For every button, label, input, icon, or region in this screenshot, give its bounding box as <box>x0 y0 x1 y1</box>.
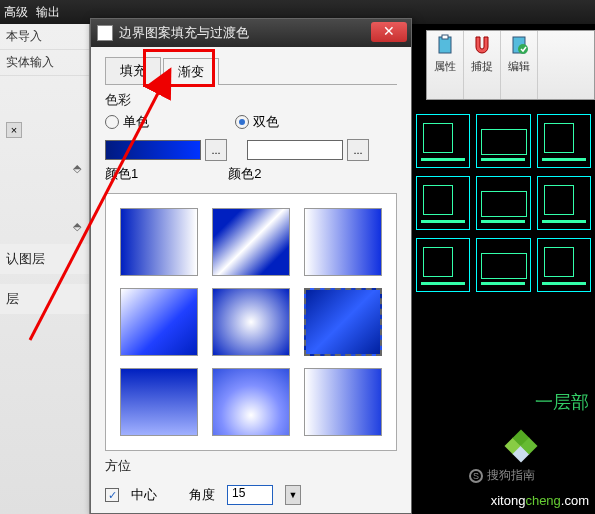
menu-output[interactable]: 输出 <box>36 4 60 21</box>
dialog-titlebar[interactable]: 边界图案填充与过渡色 ✕ <box>91 19 411 47</box>
hatch-gradient-dialog: 边界图案填充与过渡色 ✕ 填充 渐变 色彩 单色 双色 ... <box>90 18 412 514</box>
color1-swatch: ... <box>105 139 227 161</box>
gradient-preset[interactable] <box>120 368 198 436</box>
watermark-sogou: S搜狗指南 <box>469 467 535 484</box>
magnet-icon[interactable] <box>470 33 494 57</box>
gradient-preset-selected[interactable] <box>304 288 382 356</box>
tool-group-snap: 捕捉 <box>464 31 501 99</box>
gradient-preset[interactable] <box>120 208 198 276</box>
color1-preview[interactable] <box>105 140 201 160</box>
center-checkbox[interactable]: ✓ <box>105 488 119 502</box>
drawing-thumb[interactable] <box>416 176 470 230</box>
pin-icon[interactable]: ⬘ <box>73 220 81 233</box>
angle-input[interactable]: 15 <box>227 485 273 505</box>
drawing-thumb[interactable] <box>476 114 530 168</box>
gradient-preset[interactable] <box>304 368 382 436</box>
gradient-preset[interactable] <box>212 288 290 356</box>
orientation-row: ✓ 中心 角度 15 ▼ <box>105 485 397 505</box>
close-icon[interactable]: × <box>6 122 22 138</box>
tool-label: 捕捉 <box>471 59 493 74</box>
gradient-preset-grid <box>105 193 397 451</box>
color-mode-row: 单色 双色 <box>105 113 397 131</box>
ribbon-tools: 属性 捕捉 编辑 <box>426 30 595 100</box>
watermark-xitongcheng: xitongcheng.com <box>491 493 589 508</box>
color2-picker-button[interactable]: ... <box>347 139 369 161</box>
clipboard-icon[interactable] <box>433 33 457 57</box>
section-orient-label: 方位 <box>105 457 397 475</box>
radio-double-color[interactable]: 双色 <box>235 113 279 131</box>
thumb-row <box>412 110 595 172</box>
tab-strip: 填充 渐变 <box>105 57 397 85</box>
tool-group-edit: 编辑 <box>501 31 538 99</box>
thumb-row <box>412 172 595 234</box>
gradient-preset[interactable] <box>212 368 290 436</box>
drawing-thumb[interactable] <box>537 238 591 292</box>
drawing-canvas[interactable]: 一层部 <box>412 110 595 514</box>
thumb-row <box>412 234 595 296</box>
color2-preview[interactable] <box>247 140 343 160</box>
angle-dropdown-button[interactable]: ▼ <box>285 485 301 505</box>
drawing-thumb[interactable] <box>416 238 470 292</box>
color2-swatch: ... <box>247 139 369 161</box>
swatch-row: ... ... <box>105 139 397 161</box>
color1-label: 颜色1 <box>105 165 138 183</box>
app-icon <box>97 25 113 41</box>
radio-label: 双色 <box>253 113 279 131</box>
close-button[interactable]: ✕ <box>371 22 407 42</box>
gradient-preset[interactable] <box>120 288 198 356</box>
watermark-logo <box>507 432 535 460</box>
floor-label: 一层部 <box>535 390 589 414</box>
center-label: 中心 <box>131 486 157 504</box>
pin-icon[interactable]: ⬘ <box>73 162 81 175</box>
drawing-thumb[interactable] <box>476 176 530 230</box>
panel-item-import[interactable]: 本导入 <box>0 24 89 50</box>
radio-label: 单色 <box>123 113 149 131</box>
section-color-label: 色彩 <box>105 91 397 109</box>
drawing-thumb[interactable] <box>476 238 530 292</box>
panel-item-entity-input[interactable]: 实体输入 <box>0 50 89 76</box>
edit-clipboard-icon[interactable] <box>507 33 531 57</box>
drawing-thumb[interactable] <box>537 176 591 230</box>
radio-icon <box>105 115 119 129</box>
dialog-body: 填充 渐变 色彩 单色 双色 ... ... <box>91 47 411 513</box>
svg-rect-1 <box>442 35 448 39</box>
color-labels: 颜色1 颜色2 <box>105 165 397 183</box>
svg-point-3 <box>518 44 528 54</box>
radio-single-color[interactable]: 单色 <box>105 113 149 131</box>
gradient-preset[interactable] <box>212 208 290 276</box>
tab-gradient[interactable]: 渐变 <box>163 58 219 85</box>
color2-label: 颜色2 <box>228 165 261 183</box>
layer-item[interactable]: 层 <box>0 284 89 314</box>
dialog-title: 边界图案填充与过渡色 <box>119 24 405 42</box>
tool-group-properties: 属性 <box>427 31 464 99</box>
tool-label: 属性 <box>434 59 456 74</box>
gradient-preset[interactable] <box>304 208 382 276</box>
tool-label: 编辑 <box>508 59 530 74</box>
drawing-thumb[interactable] <box>416 114 470 168</box>
angle-label: 角度 <box>189 486 215 504</box>
color1-picker-button[interactable]: ... <box>205 139 227 161</box>
left-panel: 本导入 实体输入 × ⬘ ⬘ 认图层 层 <box>0 24 90 514</box>
tab-fill[interactable]: 填充 <box>105 57 161 84</box>
menu-advanced[interactable]: 高级 <box>4 4 28 21</box>
layer-item-default[interactable]: 认图层 <box>0 244 89 274</box>
drawing-thumb[interactable] <box>537 114 591 168</box>
radio-icon <box>235 115 249 129</box>
